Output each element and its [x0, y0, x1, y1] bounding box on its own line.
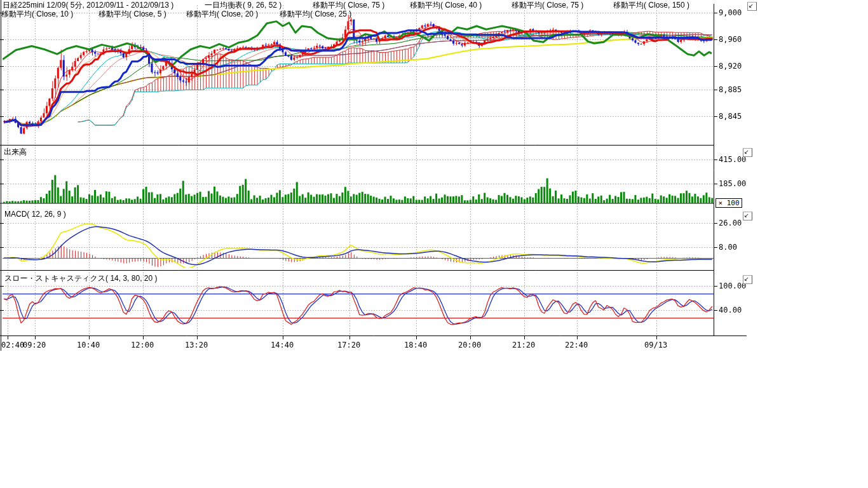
time-axis-label: 09:20 — [23, 341, 46, 349]
time-axis-label: 13:20 — [185, 341, 208, 349]
stoch-axis-label: 100.00 — [719, 281, 746, 290]
time-axis-label: 02:40 — [1, 341, 24, 349]
time-axis-label: 21:20 — [512, 341, 535, 349]
time-axis-label: 10:40 — [77, 341, 100, 349]
chart-window: 日経225mini 12/09( 5分, 2012/09/11 - 2012/0… — [0, 0, 868, 488]
time-axis-label: 14:40 — [271, 341, 294, 349]
volume-pane-label: 出来高 — [4, 147, 27, 158]
price-axis-label: 8,885 — [719, 85, 742, 94]
macd-pane-scroll-icon[interactable]: ↙ — [743, 212, 752, 220]
price-axis-label: 8,960 — [719, 35, 742, 44]
time-axis-label: 12:00 — [131, 341, 154, 349]
volume-axis-label: 415.00 — [719, 155, 746, 164]
legend-item: 移動平均( Close, 75 ) — [512, 1, 583, 10]
legend-item: 移動平均( Close, 5 ) — [98, 10, 166, 18]
macd-axis-label: 8.00 — [719, 243, 737, 252]
price-axis-label: 8,920 — [719, 62, 742, 71]
legend-item: 移動平均( Close, 20 ) — [186, 10, 258, 18]
legend-item: 移動平均( Close, 75 ) — [313, 1, 384, 10]
price-axis-label: 8,845 — [719, 112, 742, 121]
legend-item: 移動平均( Close, 25 ) — [280, 10, 351, 18]
price-pane-scroll-icon[interactable]: ↙ — [747, 2, 757, 11]
volume-multiplier-badge: × 100 — [715, 198, 742, 208]
price-axis-label: 9,000 — [719, 8, 742, 17]
legend-item: 移動平均( Close, 10 ) — [1, 10, 73, 18]
time-axis-label: 18:40 — [404, 341, 427, 349]
legend-item: 移動平均( Close, 40 ) — [410, 1, 482, 10]
stoch-axis-label: 40.00 — [719, 306, 742, 315]
volume-axis-label: 185.00 — [719, 179, 746, 188]
macd-axis-label: 26.00 — [719, 219, 742, 227]
time-axis-label: 20:00 — [458, 341, 481, 349]
time-axis-label: 22:40 — [565, 341, 588, 349]
volume-pane-scroll-icon[interactable]: ↙ — [743, 148, 752, 157]
legend-item: 一目均衡表( 9, 26, 52 ) — [205, 1, 281, 10]
legend-item: 日経225mini 12/09( 5分, 2012/09/11 - 2012/0… — [3, 1, 173, 10]
time-axis-label: 17:20 — [337, 341, 360, 349]
stoch-pane-label: スロー・ストキャスティクス( 14, 3, 80, 20 ) — [4, 273, 157, 284]
macd-pane-label: MACD( 12, 26, 9 ) — [4, 210, 66, 219]
chart-canvas[interactable] — [0, 0, 868, 488]
stoch-pane-scroll-icon[interactable]: ↙ — [743, 275, 752, 284]
legend-item: 移動平均( Close, 150 ) — [613, 1, 689, 10]
time-axis-label: 09/13 — [644, 341, 667, 349]
